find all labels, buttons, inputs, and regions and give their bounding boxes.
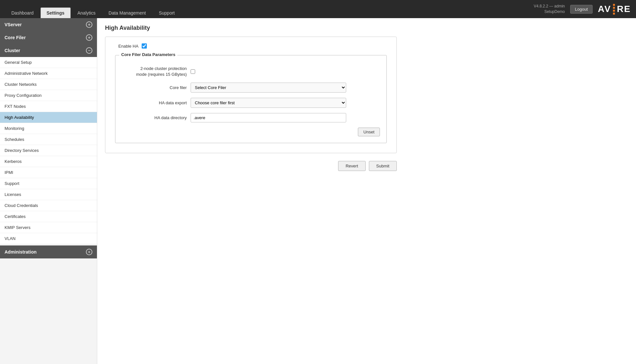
avere-logo: AV RE: [598, 4, 631, 15]
fieldset-legend: Core Filer Data Parameters: [119, 52, 177, 57]
ha-data-directory-control: [191, 113, 346, 122]
cluster-label: Cluster: [5, 48, 20, 53]
nav-tabs: Dashboard Settings Analytics Data Manage…: [5, 0, 182, 18]
sidebar-item-support[interactable]: Support: [0, 178, 97, 189]
logo-bar-icon: [613, 4, 615, 15]
top-header: Dashboard Settings Analytics Data Manage…: [0, 0, 636, 18]
ha-data-export-label: HA data export: [122, 100, 187, 106]
enable-ha-checkbox[interactable]: [142, 43, 147, 49]
tab-analytics[interactable]: Analytics: [71, 7, 102, 18]
page-title: High Availability: [105, 25, 628, 31]
sidebar-item-proxy-configuration[interactable]: Proxy Configuration: [0, 90, 97, 101]
cluster-collapse-icon[interactable]: −: [86, 47, 92, 54]
sidebar-item-high-availability[interactable]: High Availability: [0, 112, 97, 123]
administration-expand-icon[interactable]: +: [86, 249, 92, 255]
ha-data-export-row: HA data export Choose core filer first: [122, 98, 380, 108]
core-filer-label: Core Filer: [5, 35, 26, 40]
sidebar-core-filer-header[interactable]: Core Filer +: [0, 31, 97, 44]
sidebar-item-directory-services[interactable]: Directory Services: [0, 145, 97, 156]
ha-data-export-select[interactable]: Choose core filer first: [191, 98, 346, 108]
tab-data-management[interactable]: Data Management: [102, 7, 152, 18]
core-filer-select[interactable]: Select Core Filer: [191, 83, 346, 93]
core-filer-control: Select Core Filer: [191, 83, 346, 93]
logo-av: AV: [598, 4, 611, 14]
logo-re: RE: [617, 4, 631, 14]
main-layout: VServer + Core Filer + Cluster − General…: [0, 18, 636, 364]
submit-button[interactable]: Submit: [369, 161, 397, 171]
core-filer-row: Core filer Select Core Filer: [122, 83, 380, 93]
sidebar-item-certificates[interactable]: Certificates: [0, 211, 97, 222]
administration-label: Administration: [5, 249, 37, 255]
header-right: V4.8.2.2 --- admin SetupDemo Logout AV R…: [534, 4, 631, 15]
ha-data-directory-label: HA data directory: [122, 115, 187, 121]
sidebar-administration-header[interactable]: Administration +: [0, 245, 97, 258]
sidebar-item-vlan[interactable]: VLAN: [0, 233, 97, 244]
tab-support[interactable]: Support: [153, 7, 181, 18]
sidebar: VServer + Core Filer + Cluster − General…: [0, 18, 97, 364]
two-node-label: 2-node cluster protectionmode (requires …: [122, 66, 187, 77]
revert-button[interactable]: Revert: [338, 161, 365, 171]
unset-row: Unset: [122, 128, 380, 136]
sidebar-item-licenses[interactable]: Licenses: [0, 189, 97, 200]
core-filer-label: Core filer: [122, 85, 187, 91]
content-area: High Availability Enable HA Core Filer D…: [97, 18, 636, 364]
two-node-checkbox[interactable]: [191, 69, 195, 74]
sidebar-item-general-setup[interactable]: General Setup: [0, 57, 97, 68]
sidebar-item-cloud-credentials[interactable]: Cloud Credentials: [0, 200, 97, 211]
sidebar-cluster-header[interactable]: Cluster −: [0, 44, 97, 57]
unset-button[interactable]: Unset: [358, 128, 380, 136]
version-info: V4.8.2.2 --- admin SetupDemo: [534, 4, 565, 15]
vserver-expand-icon[interactable]: +: [86, 21, 92, 28]
sidebar-item-fxt-nodes[interactable]: FXT Nodes: [0, 101, 97, 112]
ha-data-directory-input[interactable]: [191, 113, 346, 122]
enable-ha-row: Enable HA: [115, 43, 387, 49]
two-node-row: 2-node cluster protectionmode (requires …: [122, 66, 380, 77]
logout-button[interactable]: Logout: [570, 5, 593, 14]
sidebar-item-administrative-network[interactable]: Administrative Network: [0, 68, 97, 79]
sidebar-item-kerberos[interactable]: Kerberos: [0, 156, 97, 167]
sidebar-item-kmip-servers[interactable]: KMIP Servers: [0, 222, 97, 233]
tab-dashboard[interactable]: Dashboard: [5, 7, 40, 18]
sidebar-item-schedules[interactable]: Schedules: [0, 134, 97, 145]
vserver-label: VServer: [5, 22, 22, 27]
ha-data-directory-row: HA data directory: [122, 113, 380, 122]
core-filer-params-fieldset: Core Filer Data Parameters 2-node cluste…: [115, 55, 387, 143]
enable-ha-label: Enable HA: [118, 44, 138, 49]
version-text: V4.8.2.2 --- admin: [534, 4, 565, 9]
action-row: Revert Submit: [105, 161, 397, 171]
sidebar-item-ipmi[interactable]: IPMI: [0, 167, 97, 178]
sidebar-vserver-header[interactable]: VServer +: [0, 18, 97, 31]
sidebar-item-monitoring[interactable]: Monitoring: [0, 123, 97, 134]
tab-settings[interactable]: Settings: [41, 7, 71, 18]
sidebar-item-cluster-networks[interactable]: Cluster Networks: [0, 79, 97, 90]
ha-data-export-control: Choose core filer first: [191, 98, 346, 108]
core-filer-expand-icon[interactable]: +: [86, 34, 92, 41]
cluster-name: SetupDemo: [534, 9, 565, 15]
form-card: Enable HA Core Filer Data Parameters 2-n…: [105, 37, 397, 153]
